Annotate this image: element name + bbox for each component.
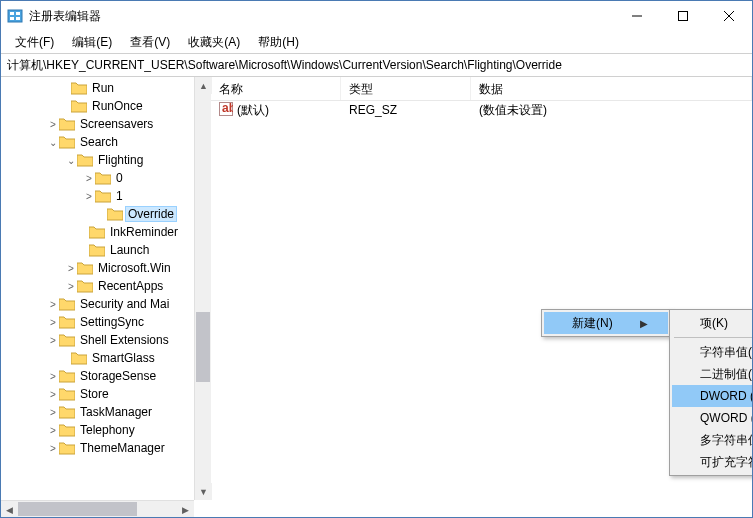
tree-node-thememanager[interactable]: >ThemeManager bbox=[1, 439, 210, 457]
window-title: 注册表编辑器 bbox=[29, 8, 614, 25]
address-text: 计算机\HKEY_CURRENT_USER\Software\Microsoft… bbox=[7, 57, 562, 74]
list-body[interactable]: ab (默认) REG_SZ (数值未设置) 新建(N) ▶ 项(K) 字符串值… bbox=[211, 101, 752, 517]
chevron-right-icon[interactable]: > bbox=[65, 281, 77, 292]
svg-rect-6 bbox=[679, 12, 688, 21]
tree-node-store[interactable]: >Store bbox=[1, 385, 210, 403]
ctx-new[interactable]: 新建(N) ▶ bbox=[544, 312, 668, 334]
ctx-new-qword[interactable]: QWORD (64 位)值(Q) bbox=[672, 407, 753, 429]
menu-view[interactable]: 查看(V) bbox=[122, 32, 178, 53]
folder-icon bbox=[59, 315, 75, 329]
tree-scrollbar-vertical[interactable]: ▲ ▼ bbox=[194, 77, 211, 500]
content-area: ▸Run ▸RunOnce >Screensavers ⌄Search ⌄Fli… bbox=[1, 77, 752, 517]
list-row[interactable]: ab (默认) REG_SZ (数值未设置) bbox=[211, 101, 752, 119]
chevron-right-icon[interactable]: > bbox=[47, 407, 59, 418]
tree-node-search[interactable]: ⌄Search bbox=[1, 133, 210, 151]
folder-icon bbox=[59, 135, 75, 149]
tree-node-flighting[interactable]: ⌄Flighting bbox=[1, 151, 210, 169]
scroll-up-icon[interactable]: ▲ bbox=[195, 77, 212, 94]
chevron-right-icon[interactable]: > bbox=[47, 371, 59, 382]
tree-pane: ▸Run ▸RunOnce >Screensavers ⌄Search ⌄Fli… bbox=[1, 77, 211, 517]
tree-node-settingsync[interactable]: >SettingSync bbox=[1, 313, 210, 331]
ctx-new-binary[interactable]: 二进制值(B) bbox=[672, 363, 753, 385]
svg-rect-0 bbox=[8, 10, 22, 22]
values-list: 名称 类型 数据 ab (默认) REG_SZ (数值未设置) 新建(N) ▶ bbox=[211, 77, 752, 517]
scroll-thumb[interactable] bbox=[18, 502, 137, 516]
folder-icon bbox=[77, 279, 93, 293]
tree-node-0[interactable]: >0 bbox=[1, 169, 210, 187]
chevron-right-icon[interactable]: > bbox=[83, 173, 95, 184]
tree-node-securityandmai[interactable]: >Security and Mai bbox=[1, 295, 210, 313]
separator bbox=[674, 337, 753, 338]
minimize-button[interactable] bbox=[614, 1, 660, 31]
scroll-thumb[interactable] bbox=[196, 312, 210, 382]
close-button[interactable] bbox=[706, 1, 752, 31]
tree-node-telephony[interactable]: >Telephony bbox=[1, 421, 210, 439]
chevron-right-icon[interactable]: > bbox=[47, 317, 59, 328]
ctx-new-string[interactable]: 字符串值(S) bbox=[672, 341, 753, 363]
tree-view[interactable]: ▸Run ▸RunOnce >Screensavers ⌄Search ⌄Fli… bbox=[1, 77, 211, 500]
folder-icon bbox=[71, 99, 87, 113]
chevron-right-icon[interactable]: > bbox=[47, 335, 59, 346]
tree-node-screensavers[interactable]: >Screensavers bbox=[1, 115, 210, 133]
tree-node-taskmanager[interactable]: >TaskManager bbox=[1, 403, 210, 421]
ctx-new-key[interactable]: 项(K) bbox=[672, 312, 753, 334]
menu-help[interactable]: 帮助(H) bbox=[250, 32, 307, 53]
chevron-right-icon[interactable]: > bbox=[47, 119, 59, 130]
scroll-track[interactable] bbox=[18, 501, 177, 517]
chevron-right-icon[interactable]: > bbox=[47, 299, 59, 310]
value-data: (数值未设置) bbox=[471, 102, 752, 119]
menu-edit[interactable]: 编辑(E) bbox=[64, 32, 120, 53]
context-menu: 新建(N) ▶ bbox=[541, 309, 671, 337]
maximize-button[interactable] bbox=[660, 1, 706, 31]
scroll-left-icon[interactable]: ◀ bbox=[1, 501, 18, 518]
tree-node-smartglass[interactable]: ▸SmartGlass bbox=[1, 349, 210, 367]
tree-node-inkreminder[interactable]: ▸InkReminder bbox=[1, 223, 210, 241]
tree-node-runonce[interactable]: ▸RunOnce bbox=[1, 97, 210, 115]
folder-icon bbox=[59, 387, 75, 401]
value-name: (默认) bbox=[237, 102, 269, 119]
tree-node-run[interactable]: ▸Run bbox=[1, 79, 210, 97]
regedit-icon bbox=[7, 8, 23, 24]
col-data[interactable]: 数据 bbox=[471, 77, 752, 100]
col-name[interactable]: 名称 bbox=[211, 77, 341, 100]
tree-node-microsoftwin[interactable]: >Microsoft.Win bbox=[1, 259, 210, 277]
folder-icon bbox=[77, 261, 93, 275]
chevron-right-icon[interactable]: > bbox=[47, 389, 59, 400]
tree-node-shellextensions[interactable]: >Shell Extensions bbox=[1, 331, 210, 349]
tree-scrollbar-horizontal[interactable]: ◀ ▶ bbox=[1, 500, 194, 517]
scroll-track[interactable] bbox=[195, 94, 211, 483]
chevron-down-icon[interactable]: ⌄ bbox=[47, 137, 59, 148]
chevron-right-icon[interactable]: > bbox=[47, 443, 59, 454]
svg-rect-3 bbox=[10, 17, 14, 20]
folder-icon bbox=[59, 423, 75, 437]
menubar: 文件(F) 编辑(E) 查看(V) 收藏夹(A) 帮助(H) bbox=[1, 31, 752, 53]
tree-node-recentapps[interactable]: >RecentApps bbox=[1, 277, 210, 295]
scroll-right-icon[interactable]: ▶ bbox=[177, 501, 194, 518]
chevron-down-icon[interactable]: ⌄ bbox=[65, 155, 77, 166]
chevron-right-icon[interactable]: > bbox=[83, 191, 95, 202]
menu-favorites[interactable]: 收藏夹(A) bbox=[180, 32, 248, 53]
ctx-new-expand[interactable]: 可扩充字符串值(E) bbox=[672, 451, 753, 473]
folder-icon bbox=[89, 243, 105, 257]
tree-node-1[interactable]: >1 bbox=[1, 187, 210, 205]
tree-node-launch[interactable]: ▸Launch bbox=[1, 241, 210, 259]
string-value-icon: ab bbox=[219, 102, 233, 119]
chevron-right-icon[interactable]: > bbox=[47, 425, 59, 436]
folder-icon bbox=[89, 225, 105, 239]
window-buttons bbox=[614, 1, 752, 31]
tree-node-override[interactable]: ▸Override bbox=[1, 205, 210, 223]
folder-icon bbox=[95, 171, 111, 185]
folder-icon bbox=[59, 297, 75, 311]
ctx-new-multi[interactable]: 多字符串值(M) bbox=[672, 429, 753, 451]
svg-rect-2 bbox=[16, 12, 20, 15]
menu-file[interactable]: 文件(F) bbox=[7, 32, 62, 53]
chevron-right-icon: ▶ bbox=[620, 318, 648, 329]
col-type[interactable]: 类型 bbox=[341, 77, 471, 100]
value-type: REG_SZ bbox=[341, 103, 471, 117]
titlebar: 注册表编辑器 bbox=[1, 1, 752, 31]
ctx-new-dword[interactable]: DWORD (32 位)值(D) bbox=[672, 385, 753, 407]
tree-node-storagesense[interactable]: >StorageSense bbox=[1, 367, 210, 385]
scroll-down-icon[interactable]: ▼ bbox=[195, 483, 212, 500]
address-bar[interactable]: 计算机\HKEY_CURRENT_USER\Software\Microsoft… bbox=[1, 53, 752, 77]
chevron-right-icon[interactable]: > bbox=[65, 263, 77, 274]
